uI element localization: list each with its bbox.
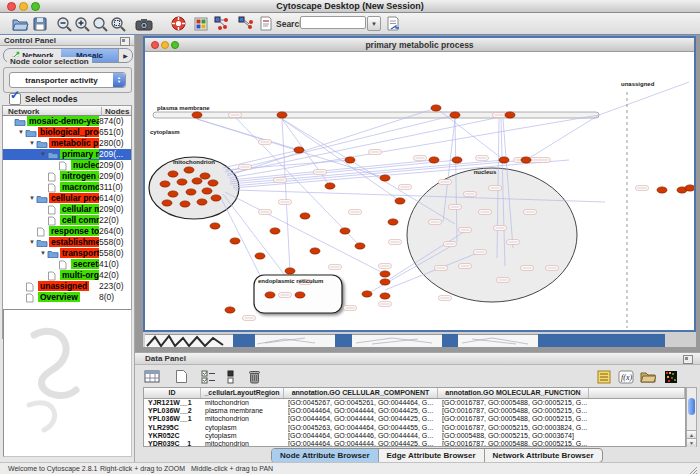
tree-label: macromolecule [60,182,99,192]
tree-row[interactable]: mosaic-demo-yeast874(0) [3,116,131,127]
network-window-titlebar[interactable]: primary metabolic process [145,38,694,52]
network-node [160,181,170,187]
folder-icon [25,128,38,137]
network-node [295,292,305,298]
table-cell: [GO:0044464, GO:0044444, GO:0044425, G..… [284,440,438,447]
function-builder-icon[interactable]: f(x) [617,368,635,385]
tree-expander-icon[interactable]: ▼ [28,193,36,204]
zoom-in-icon[interactable] [72,14,92,33]
birdseye-view[interactable] [3,309,132,457]
tree-row[interactable]: cell communicat22(0) [3,215,131,226]
table-row[interactable]: YDR039C__1mitochondrion[GO:0044464, GO:0… [144,440,685,447]
tree-row[interactable]: nucleobase-209(0) [3,160,131,171]
attr-tab-network[interactable]: Network Attribute Browser [485,449,602,462]
tree-row[interactable]: unassigned223(0) [3,281,131,292]
table-row[interactable]: YKR052Ccytoplasm[GO:0044464, GO:0044446,… [144,432,685,440]
table-row[interactable]: YJR121W__1mitochondrion[GO:0045267, GO:0… [144,399,685,407]
status-pan-hint: Middle-click + drag to PAN [191,465,273,472]
attribute-list-icon[interactable] [595,368,613,385]
resize-grip-icon[interactable] [688,465,698,474]
search-input[interactable] [300,16,366,29]
table-column-header[interactable] [589,388,685,398]
tree-row[interactable]: ▼primary metabol209(... [3,149,131,160]
tree-expander-icon[interactable]: ▼ [28,237,36,248]
node-color-dropdown[interactable]: transporter activity ▲▼ [9,72,126,88]
file-icon [47,183,60,193]
tree-row[interactable]: macromolecule311(0) [3,182,131,193]
tree-row[interactable]: ▼cellular process614(0) [3,193,131,204]
edge-mapping-icon[interactable] [236,14,256,33]
network-node [230,238,240,244]
table-column-header[interactable]: _cellularLayoutRegion [201,388,284,398]
tree-label: biological_process [38,127,99,137]
tree-row[interactable]: ▼establishment of lo558(0) [3,237,131,248]
float-panel-icon[interactable] [683,355,693,364]
network-node [180,201,190,207]
zoom-out-icon[interactable] [54,14,74,33]
tab-overflow-arrow[interactable]: ▶ [118,49,132,62]
attribute-table-header[interactable]: ID_cellularLayoutRegionannotation.GO CEL… [144,388,685,399]
network-canvas[interactable]: plasma membranecytoplasmmitochondrionnuc… [145,52,694,330]
annotation-icon[interactable] [256,14,276,33]
network-node [340,228,350,234]
tree-expander-icon[interactable]: ▼ [39,248,47,259]
select-attributes-icon[interactable] [199,368,217,385]
zoom-fit-icon[interactable] [90,14,110,33]
table-cell: [GO:0045263, GO:0044464, GO:0044455, G..… [284,424,438,432]
table-cell: [GO:0044464, GO:0044446, GO:0044444, G..… [284,432,438,440]
tree-row[interactable]: secretion41(0) [3,259,131,270]
table-cell: YDR039C__1 [144,440,201,447]
tree-expander-icon[interactable]: ▼ [28,138,36,149]
table-column-header[interactable]: ID [144,388,201,398]
tree-row[interactable]: ▼transport558(0) [3,248,131,259]
heatmap-icon[interactable] [662,368,680,385]
attr-tab-node[interactable]: Node Attribute Browser [272,449,379,462]
table-column-header[interactable]: annotation.GO MOLECULAR_FUNCTION [438,388,589,398]
table-row[interactable]: YLR295Ccytoplasm[GO:0045263, GO:0044464,… [144,424,685,432]
tree-row[interactable]: ▼biological_process651(0) [3,127,131,138]
float-panel-icon[interactable] [120,37,130,46]
zoom-selected-icon[interactable] [108,14,128,33]
import-attributes-icon[interactable] [639,368,657,385]
attribute-table[interactable]: ID_cellularLayoutRegionannotation.GO CEL… [143,387,686,447]
attr-tab-edge[interactable]: Edge Attribute Browser [379,449,485,462]
tree-row[interactable]: nitrogen compo209(0) [3,171,131,182]
snapshot-icon[interactable] [134,14,154,33]
tree-row[interactable]: multi-organism pro42(0) [3,270,131,281]
tree-row[interactable]: ▼metabolic process280(0) [3,138,131,149]
network-node [200,173,210,179]
tree-node-count: 264(0) [99,226,131,237]
delete-attribute-icon[interactable] [245,368,263,385]
tree-row[interactable]: cellular metabol209(0) [3,204,131,215]
search-dropdown-arrow[interactable]: ▼ [367,16,381,31]
tree-expander-icon[interactable]: ▼ [17,127,25,138]
network-node [208,180,218,186]
tree-expander-icon[interactable]: ▼ [39,149,47,160]
tree-label-wrap: primary metabol [60,149,99,160]
advanced-search-icon[interactable] [383,14,403,33]
network-node [168,171,178,177]
table-column-header[interactable]: annotation.GO CELLULAR_COMPONENT [284,388,438,398]
table-row[interactable]: YPL036W__1mitochondrion[GO:0044464, GO:0… [144,415,685,423]
scroll-down-button[interactable]: ▼ [687,438,696,447]
help-icon[interactable] [168,14,188,33]
tree-row[interactable]: Overview8(0) [3,292,131,303]
vizmapper-icon[interactable] [191,14,211,33]
node-mapping-icon[interactable] [212,14,232,33]
attribute-table-icon[interactable] [143,368,161,385]
scrollbar-thumb[interactable] [688,398,695,415]
tree-row[interactable]: response to stimulu264(0) [3,226,131,237]
table-row[interactable]: YPL036W__2plasma membrane[GO:0044464, GO… [144,407,685,415]
unselect-attributes-icon[interactable] [222,368,240,385]
save-session-icon[interactable] [30,14,50,33]
tree-column-header[interactable]: Network Nodes [2,105,132,116]
background-window-slivers[interactable] [143,332,696,347]
file-icon [47,172,60,182]
open-session-icon[interactable] [10,14,30,33]
birdseye-network-thumbnail [4,310,129,454]
table-scrollbar[interactable]: ▲ ▼ [686,387,697,447]
network-view-window[interactable]: primary metabolic process plasma membran… [143,36,696,332]
sliver-edges [458,335,536,347]
new-attribute-icon[interactable] [172,368,190,385]
table-cell: YPL036W__2 [144,407,201,415]
